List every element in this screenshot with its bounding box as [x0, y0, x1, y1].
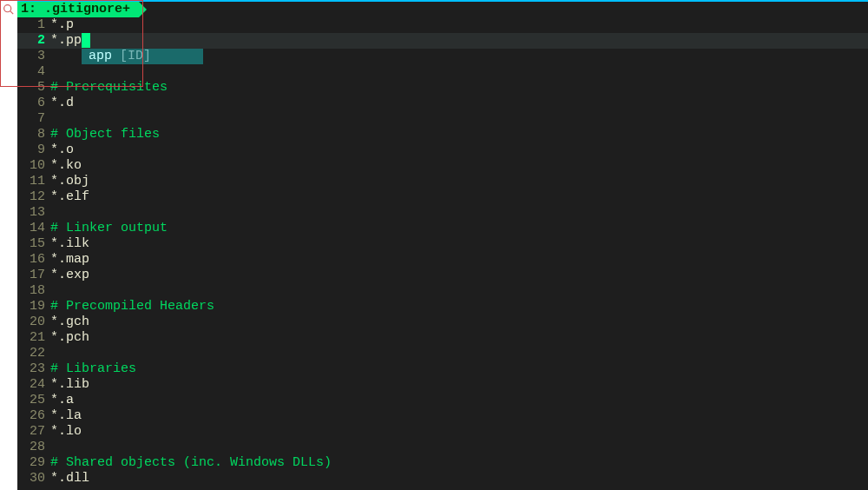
code-line[interactable]: 18: [17, 283, 868, 299]
code-line[interactable]: 26*.la: [17, 408, 868, 424]
gutter-number: 25: [17, 393, 50, 408]
code-line[interactable]: 23# Libraries: [17, 361, 868, 377]
gutter-number: 23: [17, 361, 50, 377]
gutter-number: 22: [17, 346, 50, 361]
code-line[interactable]: 17*.exp: [17, 268, 868, 283]
gutter-number: 5: [17, 80, 50, 96]
code-line[interactable]: 24*.lib: [17, 377, 868, 393]
code-line[interactable]: 13: [17, 205, 868, 221]
code-line[interactable]: 14# Linker output: [17, 221, 868, 236]
line-content: # Precompiled Headers: [50, 299, 214, 315]
svg-point-0: [4, 5, 11, 12]
code-line[interactable]: 10*.ko: [17, 158, 868, 174]
line-content: *.pp: [50, 33, 90, 49]
line-content: *.ilk: [50, 236, 89, 252]
code-line[interactable]: 19# Precompiled Headers: [17, 299, 868, 315]
gutter-number: 1: [17, 17, 50, 33]
line-content: *.gch: [50, 315, 89, 330]
code-line[interactable]: 5# Prerequisites: [17, 80, 868, 96]
completion-popup[interactable]: app [ID]: [82, 49, 203, 64]
gutter-number: 29: [17, 455, 50, 471]
code-line[interactable]: 15*.ilk: [17, 236, 868, 252]
gutter-number: 8: [17, 127, 50, 142]
gutter-number: 18: [17, 283, 50, 299]
gutter-number: 19: [17, 299, 50, 315]
code-line[interactable]: 1*.p: [17, 17, 868, 33]
code-line[interactable]: 12*.elf: [17, 189, 868, 205]
code-line[interactable]: 20*.gch: [17, 315, 868, 330]
gutter-number: 24: [17, 377, 50, 393]
code-line[interactable]: 16*.map: [17, 252, 868, 268]
tab-label: 1: .gitignore+: [21, 2, 130, 17]
line-content: *.elf: [50, 189, 89, 205]
line-content: *.obj: [50, 174, 89, 189]
line-content: # Prerequisites: [50, 80, 168, 96]
gutter-number: 28: [17, 440, 50, 455]
gutter-number: 30: [17, 471, 50, 487]
gutter-number: 4: [17, 64, 50, 80]
left-margin: [0, 0, 17, 490]
gutter-number: 6: [17, 96, 50, 111]
line-content: # Object files: [50, 127, 160, 142]
completion-text: app: [89, 49, 112, 63]
code-line[interactable]: 27*.lo: [17, 424, 868, 440]
line-content: *.la: [50, 408, 82, 424]
code-line[interactable]: 21*.pch: [17, 330, 868, 346]
search-icon[interactable]: [3, 3, 14, 15]
gutter-number: 20: [17, 315, 50, 330]
gutter-number: 11: [17, 174, 50, 189]
line-content: *.map: [50, 252, 89, 268]
line-content: *.pch: [50, 330, 89, 346]
gutter-number: 17: [17, 268, 50, 283]
completion-meta: [ID]: [120, 49, 151, 63]
gutter-number: 16: [17, 252, 50, 268]
line-content: *.dll: [50, 471, 89, 487]
line-content: # Linker output: [50, 221, 168, 236]
code-line[interactable]: 25*.a: [17, 393, 868, 408]
gutter-number: 13: [17, 205, 50, 221]
line-content: *.p: [50, 17, 74, 33]
gutter-number: 27: [17, 424, 50, 440]
code-line[interactable]: 7: [17, 111, 868, 127]
gutter-number: 3: [17, 49, 50, 64]
gutter-number: 9: [17, 142, 50, 158]
code-line[interactable]: 8# Object files: [17, 127, 868, 142]
line-content: *.lib: [50, 377, 89, 393]
gutter-number: 21: [17, 330, 50, 346]
code-line[interactable]: 9*.o: [17, 142, 868, 158]
code-line[interactable]: 11*.obj: [17, 174, 868, 189]
cursor: [82, 33, 90, 48]
gutter-number: 7: [17, 111, 50, 127]
line-content: *.ko: [50, 158, 82, 174]
gutter-number: 26: [17, 408, 50, 424]
gutter-number: 14: [17, 221, 50, 236]
line-content: # Libraries: [50, 361, 136, 377]
line-content: *.o: [50, 142, 74, 158]
line-content: *.d: [50, 96, 74, 111]
gutter-number: 12: [17, 189, 50, 205]
code-line[interactable]: 6*.d: [17, 96, 868, 111]
line-content: *.exp: [50, 268, 89, 283]
editor-pane[interactable]: 1: .gitignore+ 1*.p2*.pp345# Prerequisit…: [17, 0, 868, 490]
code-line[interactable]: 22: [17, 346, 868, 361]
code-line[interactable]: 29# Shared objects (inc. Windows DLLs): [17, 455, 868, 471]
code-line[interactable]: 2*.pp: [17, 33, 868, 49]
svg-line-1: [10, 11, 13, 14]
gutter-number: 10: [17, 158, 50, 174]
line-content: # Shared objects (inc. Windows DLLs): [50, 455, 332, 471]
code-area[interactable]: 1*.p2*.pp345# Prerequisites6*.d78# Objec…: [17, 17, 868, 487]
line-content: *.lo: [50, 424, 82, 440]
code-line[interactable]: 28: [17, 440, 868, 455]
tab-gitignore[interactable]: 1: .gitignore+: [17, 2, 139, 17]
code-line[interactable]: 4: [17, 64, 868, 80]
tab-bar: 1: .gitignore+: [17, 2, 868, 17]
line-content: *.a: [50, 393, 74, 408]
gutter-number: 2: [17, 33, 50, 49]
code-line[interactable]: 30*.dll: [17, 471, 868, 487]
gutter-number: 15: [17, 236, 50, 252]
